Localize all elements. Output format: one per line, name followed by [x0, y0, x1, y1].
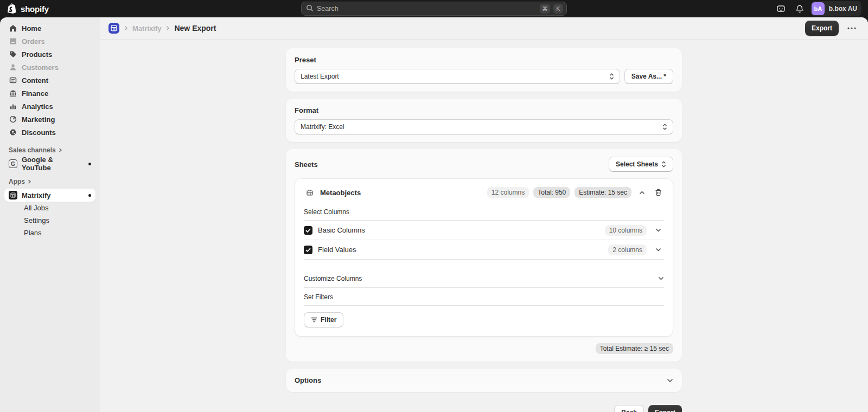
sidebar-item-customers[interactable]: Customers [4, 61, 95, 74]
sidebar-item-home[interactable]: Home [4, 22, 95, 35]
field-values-checkbox[interactable] [304, 246, 312, 254]
discounts-icon [9, 128, 17, 136]
sub-item-label: Plans [24, 229, 42, 237]
orders-icon [9, 37, 17, 45]
chevron-down-icon [667, 378, 673, 383]
format-title: Format [295, 106, 673, 114]
search-icon [306, 4, 314, 14]
expand-group-chevron-icon[interactable] [652, 224, 664, 236]
delete-sheet-trash-icon[interactable] [652, 186, 664, 198]
user-menu[interactable]: bA b.box AU [810, 1, 861, 16]
sidekick-chat-icon[interactable] [774, 1, 789, 16]
select-sheets-button[interactable]: Select Sheets [609, 157, 673, 172]
column-group-count-badge: 2 columns [608, 244, 647, 255]
breadcrumb-matrixify[interactable]: Matrixify [132, 24, 161, 33]
estimate-badge: Estimate: 15 sec [575, 187, 631, 198]
shopify-logo-text: shopify [21, 4, 49, 14]
matrixify-breadcrumb-icon[interactable] [108, 23, 119, 34]
filter-button[interactable]: Filter [304, 312, 343, 327]
sidebar-item-label: Orders [22, 37, 45, 46]
shopify-logo[interactable]: shopify [7, 3, 126, 15]
format-card: Format Matrixify: Excel [286, 99, 682, 142]
format-select[interactable]: Matrixify: Excel [295, 119, 673, 134]
total-badge: Total: 950 [533, 187, 570, 198]
main-scroll-area[interactable]: Preset Latest Export Save As... * Format [100, 40, 868, 412]
sidebar-item-all-jobs[interactable]: All Jobs [4, 202, 95, 214]
preset-select-value: Latest Export [301, 73, 339, 80]
sidebar-item-label: Analytics [22, 102, 53, 111]
sheet-drag-handle-icon[interactable] [304, 186, 316, 198]
format-select-value: Matrixify: Excel [301, 123, 344, 131]
sidebar-item-settings[interactable]: Settings [4, 214, 95, 227]
back-button[interactable]: Back [614, 405, 644, 412]
sidebar-item-label: Content [22, 76, 48, 85]
column-group-label: Field Values [318, 246, 603, 254]
home-icon [9, 24, 17, 32]
k-key-badge: K [553, 4, 563, 14]
preset-select[interactable]: Latest Export [295, 69, 620, 84]
filter-button-label: Filter [321, 316, 336, 324]
store-name: b.box AU [829, 5, 857, 12]
chevron-right-icon [165, 25, 170, 31]
select-caret-icon [661, 161, 666, 168]
search-input[interactable]: Search ⌘ K [301, 2, 567, 16]
avatar: bA [812, 2, 825, 15]
sidebar-item-label: Products [22, 50, 52, 59]
sales-channels-label: Sales channels [9, 146, 56, 154]
more-actions-icon[interactable] [844, 21, 859, 36]
total-estimate-badge: Total Estimate: ≥ 15 sec [596, 343, 673, 354]
sheet-name: Metaobjects [320, 189, 361, 197]
search-placeholder: Search [317, 5, 339, 12]
select-columns-label: Select Columns [304, 208, 664, 221]
sheets-title: Sheets [295, 160, 318, 169]
finance-bank-icon [9, 89, 17, 97]
sidebar-item-label: Discounts [22, 128, 56, 137]
sidebar-item-label: Marketing [22, 115, 55, 124]
page-title: New Export [174, 24, 216, 33]
sidebar-item-marketing[interactable]: Marketing [4, 113, 95, 126]
sidebar-item-label: Home [22, 24, 41, 33]
collapse-sheet-icon[interactable] [636, 186, 648, 198]
apps-label: Apps [9, 178, 25, 185]
page-header: Matrixify New Export Export [100, 17, 868, 40]
sales-channels-section[interactable]: Sales channels [4, 146, 95, 154]
chevron-right-icon [124, 25, 128, 31]
sidebar-item-content[interactable]: Content [4, 74, 95, 87]
columns-count-badge: 12 columns [487, 187, 529, 198]
check-icon [305, 228, 311, 233]
expand-group-chevron-icon[interactable] [652, 244, 664, 256]
cmd-key-badge: ⌘ [540, 4, 550, 14]
apps-section[interactable]: Apps [4, 178, 95, 185]
sidebar-item-orders[interactable]: Orders [4, 35, 95, 48]
google-youtube-icon: G [9, 159, 17, 168]
column-group-row-field-values: Field Values 2 columns [304, 240, 664, 260]
sidebar: Home Orders Products Customers Content [0, 17, 100, 412]
sidebar-item-finance[interactable]: Finance [4, 87, 95, 100]
export-button-bottom[interactable]: Export [648, 405, 682, 412]
notifications-bell-icon[interactable] [792, 1, 807, 16]
sidebar-item-google-youtube[interactable]: G Google & YouTube [4, 157, 95, 170]
customize-columns-label: Customize Columns [304, 275, 362, 282]
sidebar-item-plans[interactable]: Plans [4, 227, 95, 239]
sidebar-item-label: Finance [22, 89, 48, 98]
analytics-bars-icon [9, 102, 17, 110]
sidebar-item-discounts[interactable]: Discounts [4, 126, 95, 139]
metaobjects-sheet-card: Metaobjects 12 columns Total: 950 Estima… [295, 178, 673, 337]
save-as-button[interactable]: Save As... * [624, 69, 673, 84]
customize-columns-row[interactable]: Customize Columns [304, 269, 664, 288]
sidebar-item-matrixify[interactable]: Matrixify [4, 189, 95, 202]
select-caret-icon [662, 124, 667, 130]
sidebar-item-analytics[interactable]: Analytics [4, 100, 95, 113]
options-card[interactable]: Options [286, 369, 682, 392]
notification-dot [88, 163, 91, 165]
basic-columns-checkbox[interactable] [304, 226, 312, 235]
preset-title: Preset [295, 56, 673, 64]
sidebar-item-products[interactable]: Products [4, 48, 95, 61]
select-sheets-label: Select Sheets [616, 160, 658, 168]
shopify-bag-icon [7, 3, 17, 15]
select-caret-icon [609, 73, 614, 80]
column-group-count-badge: 10 columns [605, 225, 647, 236]
export-button-top[interactable]: Export [805, 21, 839, 36]
column-group-row-basic: Basic Columns 10 columns [304, 221, 664, 240]
check-icon [305, 248, 311, 252]
